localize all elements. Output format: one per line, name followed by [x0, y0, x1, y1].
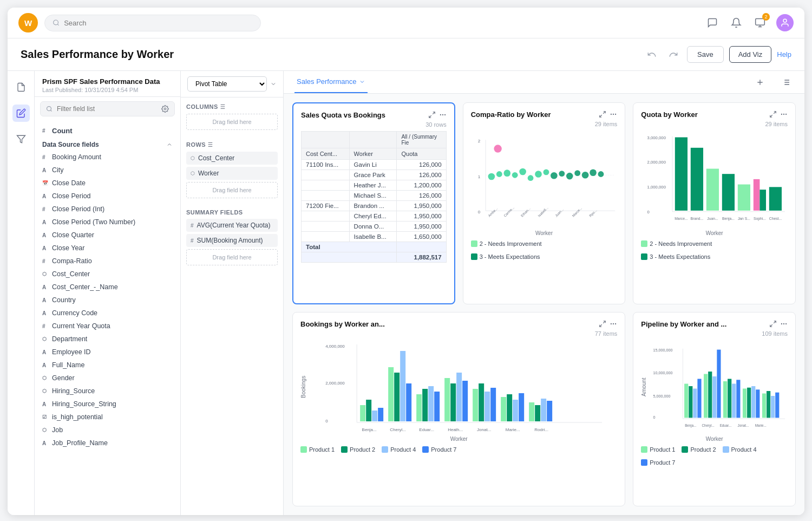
tab-dropdown-icon[interactable]	[359, 79, 365, 85]
svg-point-55	[590, 169, 597, 176]
sidebar-icon-filter[interactable]	[12, 131, 30, 148]
more-icon[interactable]	[780, 320, 788, 328]
svg-text:5,000,000: 5,000,000	[653, 393, 671, 398]
more-icon[interactable]	[610, 110, 617, 118]
search-icon	[53, 19, 60, 27]
expand-icon[interactable]	[599, 110, 606, 118]
field-item[interactable]: #Booking Amount	[35, 151, 180, 164]
field-item-currency-code[interactable]: ACurrency Code	[35, 307, 180, 320]
field-item-employee-id[interactable]: AEmployee ID	[35, 346, 180, 359]
field-item[interactable]: ⬡Gender	[35, 372, 180, 385]
legend-item: Product 2	[341, 446, 375, 453]
field-item[interactable]: ☑is_high_potential	[35, 411, 180, 424]
chat-icon[interactable]	[705, 15, 720, 30]
columns-sort-icon[interactable]	[218, 103, 226, 110]
user-avatar[interactable]	[776, 14, 794, 31]
help-button[interactable]: Help	[777, 50, 791, 58]
add-tab-button[interactable]	[752, 75, 768, 90]
sidebar-icon-edit[interactable]	[12, 105, 30, 122]
viz-header-icons	[599, 320, 617, 328]
bell-icon[interactable]	[729, 15, 744, 30]
settings-icon[interactable]	[161, 105, 169, 113]
svg-text:Chest...: Chest...	[769, 217, 782, 220]
sidebar-icons	[8, 71, 35, 515]
field-item[interactable]: ⬡Hiring_Source	[35, 385, 180, 398]
field-item[interactable]: ACost_Center_-_Name	[35, 281, 180, 294]
field-item-count[interactable]: # Count	[35, 124, 180, 138]
chart-legend: 2 - Needs Improvement 3 - Meets Expectat…	[641, 240, 788, 260]
save-button[interactable]: Save	[687, 46, 724, 63]
field-item[interactable]: #Compa-Ratio	[35, 255, 180, 268]
pivot-summary-sum[interactable]: # SUM(Booking Amount)	[186, 234, 278, 247]
more-icon[interactable]	[439, 111, 447, 119]
svg-rect-81	[754, 179, 760, 211]
datasource-section-header[interactable]: Data Source fields	[35, 138, 180, 151]
field-item[interactable]: ⬡Department	[35, 333, 180, 346]
legend-item: Product 4	[723, 446, 757, 453]
more-icon[interactable]	[610, 320, 617, 328]
legend-color	[300, 446, 307, 453]
field-item-current-year-quota[interactable]: #Current Year Quota	[35, 320, 180, 333]
rows-drag-area[interactable]: Drag field here	[186, 182, 278, 198]
svg-rect-110	[422, 389, 428, 421]
field-panel-header: Prism SPF Sales Performance Data Last Pu…	[35, 71, 180, 97]
expand-icon[interactable]	[428, 111, 436, 119]
field-item[interactable]: ACity	[35, 164, 180, 177]
field-item-country[interactable]: ACountry	[35, 294, 180, 307]
more-icon[interactable]	[780, 110, 788, 118]
svg-text:15,000,000: 15,000,000	[653, 348, 673, 353]
search-bar[interactable]	[44, 15, 261, 31]
pivot-row-worker[interactable]: ⬡ Worker	[186, 167, 278, 180]
search-input[interactable]	[64, 19, 253, 27]
field-item-close-year[interactable]: AClose Year	[35, 242, 180, 255]
inbox-icon[interactable]: 2	[752, 15, 768, 30]
expand-icon[interactable]	[599, 320, 606, 328]
field-item[interactable]: ⬡Cost_Center	[35, 268, 180, 281]
field-item[interactable]: AClose Quarter	[35, 229, 180, 242]
bookings-chart: 4,000,000 2,000,000 0	[311, 340, 617, 434]
undo-button[interactable]	[644, 47, 660, 63]
viz-card-header: Bookings by Worker an...	[300, 320, 617, 328]
legend-item: Product 1	[300, 446, 335, 453]
tab-sales-performance[interactable]: Sales Performance	[294, 71, 368, 93]
scatter-chart: 2 1 0	[471, 131, 618, 228]
svg-point-94	[613, 323, 614, 324]
svg-rect-150	[698, 379, 702, 418]
pivot-type-select[interactable]: Pivot Table	[187, 76, 267, 92]
field-item[interactable]: AJob_Profile_Name	[35, 437, 180, 450]
svg-point-53	[574, 170, 580, 176]
expand-icon[interactable]	[769, 320, 777, 328]
columns-drag-area[interactable]: Drag field here	[186, 114, 278, 130]
pivot-columns-header: Columns	[186, 103, 278, 110]
field-search[interactable]	[40, 101, 175, 116]
field-item[interactable]: AClose Period	[35, 190, 180, 203]
field-filter-input[interactable]	[57, 105, 157, 113]
sidebar-icon-data[interactable]	[12, 79, 30, 96]
add-viz-button[interactable]: Add Viz	[729, 46, 772, 63]
svg-point-139	[783, 323, 784, 324]
table-row-total-value: 1,882,517	[302, 252, 447, 263]
table-row: Donna O... 1,950,000	[302, 222, 447, 232]
field-item[interactable]: AFull_Name	[35, 359, 180, 372]
viz-grid: Sales Quota vs Bookings 30 rows Al	[284, 94, 804, 515]
tabs-menu-button[interactable]	[778, 75, 794, 90]
svg-rect-152	[708, 372, 712, 418]
viz-title: Pipeline by Worker and ...	[641, 320, 726, 328]
rows-sort-icon[interactable]	[206, 141, 213, 148]
expand-icon[interactable]	[769, 110, 777, 118]
field-item[interactable]: AHiring_Source_String	[35, 398, 180, 411]
field-item[interactable]: #Close Period (Int)	[35, 203, 180, 216]
pivot-summary-avg[interactable]: # AVG(Current Year Quota)	[186, 219, 278, 232]
field-item[interactable]: ⬡Job	[35, 424, 180, 437]
summary-drag-area[interactable]: Drag field here	[186, 249, 278, 265]
field-item[interactable]: AClose Period (Two Number)	[35, 216, 180, 229]
table-row-total: Total	[302, 242, 447, 252]
pivot-row-cost-center[interactable]: ⬡ Cost_Center	[186, 152, 278, 165]
field-item[interactable]: 📅Close Date	[35, 177, 180, 190]
redo-button[interactable]	[665, 47, 682, 63]
legend-item: Product 7	[641, 459, 675, 466]
svg-rect-125	[529, 402, 534, 421]
viz-card-header: Sales Quota vs Bookings	[301, 111, 447, 119]
viz-header-icons	[769, 110, 788, 118]
svg-rect-103	[372, 411, 377, 421]
